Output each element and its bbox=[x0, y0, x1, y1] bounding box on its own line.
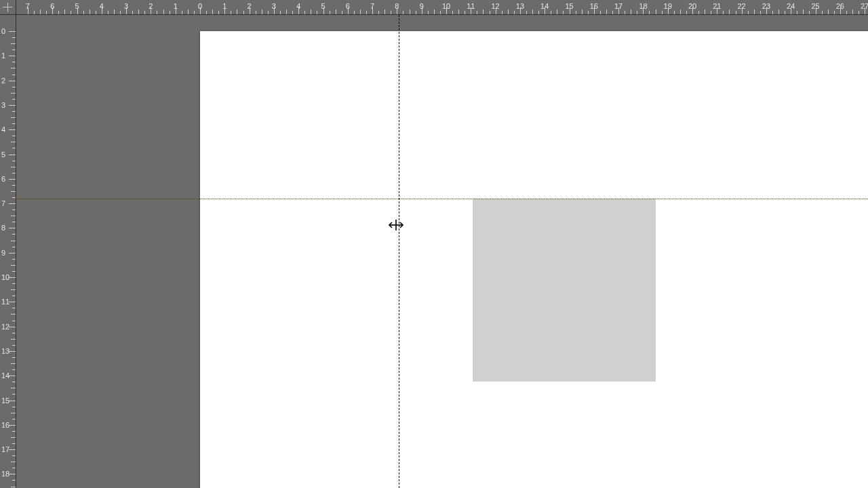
v-ruler-tick-minor bbox=[12, 259, 16, 260]
v-ruler-tick-major bbox=[9, 302, 16, 302]
v-ruler-tick-major bbox=[9, 277, 16, 278]
v-ruler-tick-minor bbox=[11, 167, 16, 167]
h-ruler-tick-minor bbox=[748, 11, 749, 14]
v-ruler-label: 7 bbox=[1, 199, 5, 207]
h-ruler-label: 15 bbox=[565, 2, 573, 10]
h-ruler-tick-minor bbox=[834, 11, 835, 14]
v-ruler-tick-major bbox=[9, 129, 16, 130]
v-ruler-tick-major bbox=[9, 327, 16, 327]
h-ruler-tick-minor bbox=[588, 11, 589, 14]
v-ruler-tick-minor bbox=[12, 480, 16, 481]
h-ruler-tick-minor bbox=[612, 11, 613, 14]
h-ruler-tick-minor bbox=[434, 9, 435, 14]
v-ruler-tick-minor bbox=[12, 185, 16, 186]
h-ruler-tick-minor bbox=[384, 9, 385, 14]
v-ruler-tick-minor bbox=[12, 37, 16, 38]
horizontal-ruler[interactable]: 7654321012345678910111213141516171819202… bbox=[16, 0, 868, 15]
h-ruler-label: 2 bbox=[149, 2, 153, 10]
v-ruler-tick-minor bbox=[12, 296, 16, 296]
h-ruler-tick-minor bbox=[336, 9, 336, 14]
h-ruler-tick-minor bbox=[391, 11, 391, 14]
h-ruler-tick-minor bbox=[243, 11, 244, 14]
h-ruler-tick-minor bbox=[532, 9, 533, 14]
h-ruler-label: 5 bbox=[321, 2, 325, 10]
v-ruler-tick-major bbox=[9, 425, 16, 426]
h-ruler-label: 21 bbox=[713, 2, 721, 10]
h-ruler-tick-minor bbox=[760, 11, 761, 14]
h-ruler-tick-minor bbox=[477, 11, 477, 14]
h-ruler-tick-minor bbox=[698, 11, 699, 14]
v-ruler-tick-minor bbox=[11, 388, 16, 388]
h-ruler-tick-minor bbox=[452, 11, 453, 14]
v-ruler-label: 0 bbox=[1, 27, 5, 35]
h-ruler-label: 25 bbox=[811, 2, 819, 10]
h-ruler-tick-minor bbox=[772, 11, 773, 14]
v-ruler-tick-minor bbox=[11, 265, 16, 266]
h-ruler-tick-minor bbox=[803, 9, 804, 14]
h-ruler-tick-minor bbox=[114, 9, 115, 14]
v-ruler-tick-major bbox=[9, 56, 16, 56]
h-ruler-tick-minor bbox=[330, 11, 330, 14]
v-ruler-tick-minor bbox=[12, 234, 16, 235]
horizontal-guide[interactable] bbox=[16, 199, 868, 199]
v-ruler-tick-minor bbox=[12, 308, 16, 308]
h-ruler-label: 19 bbox=[664, 2, 672, 10]
v-ruler-tick-minor bbox=[12, 148, 16, 148]
v-ruler-tick-minor bbox=[12, 382, 16, 382]
v-ruler-label: 4 bbox=[1, 125, 5, 134]
v-ruler-label: 10 bbox=[1, 273, 9, 281]
h-ruler-label: 10 bbox=[442, 2, 450, 10]
v-ruler-tick-minor bbox=[11, 462, 16, 462]
h-ruler-tick-minor bbox=[662, 11, 663, 14]
v-ruler-tick-minor bbox=[12, 209, 16, 210]
h-ruler-tick-minor bbox=[157, 11, 157, 14]
ruler-origin-corner[interactable] bbox=[0, 0, 16, 15]
v-ruler-tick-major bbox=[9, 31, 16, 32]
canvas-viewport[interactable] bbox=[16, 15, 868, 488]
h-ruler-tick-minor bbox=[410, 9, 410, 14]
v-ruler-tick-minor bbox=[12, 247, 16, 247]
v-ruler-tick-minor bbox=[11, 216, 16, 216]
rectangle-shape[interactable] bbox=[473, 199, 656, 382]
h-ruler-label: 12 bbox=[491, 2, 499, 10]
h-ruler-tick-minor bbox=[237, 9, 237, 14]
h-ruler-label: 22 bbox=[737, 2, 745, 10]
v-ruler-tick-minor bbox=[11, 142, 16, 142]
v-ruler-tick-minor bbox=[12, 123, 16, 124]
v-ruler-tick-minor bbox=[12, 75, 16, 75]
v-ruler-tick-major bbox=[9, 105, 16, 106]
v-ruler-tick-minor bbox=[12, 369, 16, 370]
h-ruler-tick-minor bbox=[828, 9, 829, 14]
h-ruler-tick-minor bbox=[403, 11, 403, 14]
h-ruler-tick-minor bbox=[538, 11, 539, 14]
v-ruler-label: 3 bbox=[1, 101, 5, 109]
h-ruler-tick-minor bbox=[502, 11, 502, 14]
h-ruler-label: 11 bbox=[467, 2, 475, 10]
v-ruler-tick-minor bbox=[12, 161, 16, 161]
h-ruler-tick-minor bbox=[631, 9, 631, 14]
h-ruler-tick-minor bbox=[656, 9, 656, 14]
h-ruler-tick-minor bbox=[170, 11, 170, 14]
h-ruler-tick-minor bbox=[64, 9, 65, 14]
h-ruler-tick-minor bbox=[852, 9, 853, 14]
v-ruler-tick-major bbox=[9, 155, 16, 155]
h-ruler-tick-minor bbox=[188, 9, 189, 14]
v-ruler-tick-major bbox=[9, 375, 16, 376]
v-ruler-tick-minor bbox=[12, 49, 16, 50]
v-ruler-tick-minor bbox=[11, 191, 16, 192]
h-ruler-tick-minor bbox=[268, 11, 269, 14]
vertical-guide[interactable] bbox=[399, 15, 399, 488]
h-ruler-tick-minor bbox=[342, 11, 342, 14]
vertical-ruler[interactable]: 0123456789101112131415161718 bbox=[0, 15, 16, 488]
h-ruler-tick-minor bbox=[625, 11, 625, 14]
v-ruler-tick-minor bbox=[12, 283, 16, 284]
h-ruler-label: 23 bbox=[762, 2, 770, 10]
v-ruler-label: 6 bbox=[1, 175, 5, 183]
v-ruler-tick-minor bbox=[12, 455, 16, 456]
h-ruler-tick-minor bbox=[34, 11, 35, 14]
h-ruler-tick-minor bbox=[120, 11, 121, 14]
h-ruler-tick-minor bbox=[723, 11, 724, 14]
h-ruler-label: 1 bbox=[222, 2, 226, 10]
h-ruler-tick-minor bbox=[182, 11, 182, 14]
v-ruler-label: 9 bbox=[1, 249, 5, 257]
